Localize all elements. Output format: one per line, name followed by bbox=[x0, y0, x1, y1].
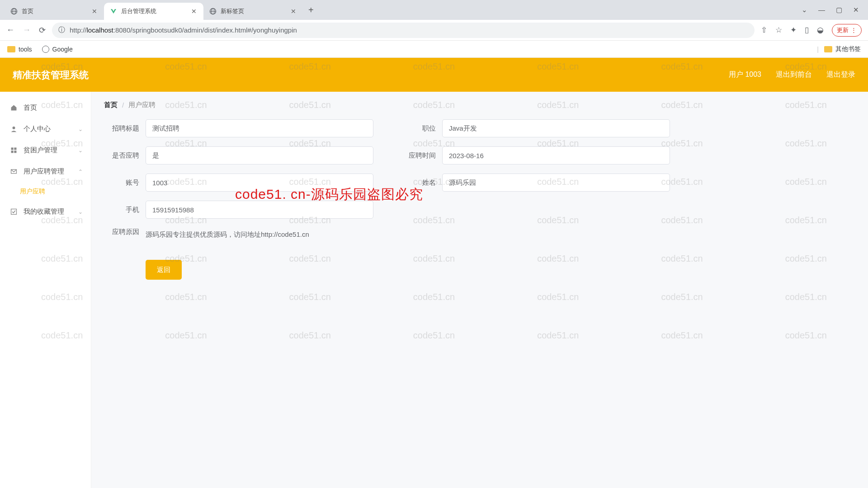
browser-chrome: 首页 ✕ 后台管理系统 ✕ 新标签页 ✕ + ⌄ — ▢ ✕ ← → ⟳ ⓘ h… bbox=[0, 0, 868, 58]
globe-icon bbox=[209, 7, 217, 15]
label-account: 账号 bbox=[104, 178, 139, 187]
sidebar-item-poverty[interactable]: 贫困户管理 ⌄ bbox=[0, 140, 91, 161]
sidebar-item-home[interactable]: 首页 bbox=[0, 97, 91, 118]
tab-title: 首页 bbox=[22, 7, 87, 15]
sidebar-item-label: 贫困户管理 bbox=[24, 146, 57, 155]
sidebar-item-personal[interactable]: 个人中心 ⌄ bbox=[0, 118, 91, 140]
tab-home[interactable]: 首页 ✕ bbox=[5, 3, 104, 20]
main-content: 首页 / 用户应聘 招聘标题 测试招聘 职位 Java开发 bbox=[91, 92, 868, 488]
reload-icon[interactable]: ⟳ bbox=[39, 25, 46, 35]
browser-toolbar: ← → ⟳ ⓘ http://localhost:8080/springboot… bbox=[0, 20, 868, 41]
chevron-down-icon: ⌄ bbox=[78, 126, 83, 132]
label-name: 姓名 bbox=[401, 178, 436, 187]
sidebar-item-label: 个人中心 bbox=[24, 125, 51, 133]
input-recruit-title[interactable]: 测试招聘 bbox=[146, 119, 373, 137]
vue-icon bbox=[109, 7, 118, 15]
folder-icon bbox=[824, 46, 832, 52]
header-logout[interactable]: 退出登录 bbox=[826, 70, 855, 80]
label-phone: 手机 bbox=[104, 206, 139, 214]
panel-icon[interactable]: ▯ bbox=[805, 25, 809, 35]
star-icon[interactable]: ☆ bbox=[775, 25, 782, 35]
sidebar-item-apply-mgmt[interactable]: 用户应聘管理 ⌃ bbox=[0, 161, 91, 182]
update-button[interactable]: 更新⋮ bbox=[832, 24, 862, 37]
minimize-icon[interactable]: — bbox=[818, 6, 825, 14]
home-icon bbox=[10, 104, 19, 112]
svg-rect-12 bbox=[11, 209, 17, 215]
bookmark-google[interactable]: Google bbox=[42, 46, 73, 53]
close-icon[interactable]: ✕ bbox=[853, 6, 859, 14]
app-title: 精准扶贫管理系统 bbox=[13, 69, 89, 81]
globe-icon bbox=[42, 46, 49, 53]
grid-icon bbox=[10, 146, 19, 154]
label-reason: 应聘原因 bbox=[104, 228, 139, 236]
header-user[interactable]: 用户 1003 bbox=[729, 70, 761, 80]
input-apply-time[interactable]: 2023-08-16 bbox=[442, 146, 670, 164]
close-icon[interactable]: ✕ bbox=[289, 8, 297, 15]
url-bar[interactable]: ⓘ http://localhost:8080/springbootsudk0/… bbox=[52, 23, 755, 38]
input-position[interactable]: Java开发 bbox=[442, 119, 670, 137]
app-header: 精准扶贫管理系统 用户 1003 退出到前台 退出登录 bbox=[0, 58, 868, 92]
label-position: 职位 bbox=[401, 124, 436, 133]
info-icon[interactable]: ⓘ bbox=[58, 26, 65, 34]
svg-rect-8 bbox=[14, 148, 16, 150]
sidebar-item-label: 我的收藏管理 bbox=[24, 207, 64, 216]
extensions-icon[interactable]: ✦ bbox=[790, 25, 797, 35]
input-is-apply[interactable]: 是 bbox=[146, 146, 373, 164]
share-icon[interactable]: ⇧ bbox=[761, 25, 767, 35]
tab-bar: 首页 ✕ 后台管理系统 ✕ 新标签页 ✕ + ⌄ — ▢ ✕ bbox=[0, 0, 868, 20]
chevron-down-icon: ⌄ bbox=[78, 147, 83, 154]
text-reason: 源码乐园专注提供优质源码，访问地址http://code51.cn bbox=[146, 228, 309, 239]
user-icon bbox=[10, 125, 19, 133]
label-recruit-title: 招聘标题 bbox=[104, 124, 139, 133]
new-tab-button[interactable]: + bbox=[303, 5, 319, 15]
tab-title: 后台管理系统 bbox=[121, 7, 186, 15]
detail-form: 招聘标题 测试招聘 职位 Java开发 是否应聘 是 应聘时间 bbox=[104, 119, 855, 280]
breadcrumb-current: 用户应聘 bbox=[128, 101, 156, 109]
sidebar-item-label: 首页 bbox=[24, 103, 37, 112]
check-icon bbox=[10, 208, 19, 216]
maximize-icon[interactable]: ▢ bbox=[836, 6, 842, 14]
sidebar-item-label: 用户应聘管理 bbox=[24, 167, 64, 176]
header-back-front[interactable]: 退出到前台 bbox=[776, 70, 812, 80]
back-button[interactable]: 返回 bbox=[146, 260, 182, 280]
bookmark-other[interactable]: 其他书签 bbox=[824, 45, 861, 53]
mail-icon bbox=[10, 168, 19, 175]
input-name[interactable]: 源码乐园 bbox=[442, 174, 670, 192]
chevron-down-icon[interactable]: ⌄ bbox=[802, 6, 807, 14]
svg-point-6 bbox=[13, 127, 15, 129]
app: 精准扶贫管理系统 用户 1003 退出到前台 退出登录 首页 个人中心 ⌄ 贫困… bbox=[0, 58, 868, 488]
breadcrumb-home[interactable]: 首页 bbox=[104, 101, 118, 109]
profile-icon[interactable]: ◒ bbox=[817, 25, 824, 35]
globe-icon bbox=[10, 7, 18, 15]
close-icon[interactable]: ✕ bbox=[190, 8, 198, 15]
sidebar-subitem-apply[interactable]: 用户应聘 bbox=[0, 182, 91, 201]
svg-rect-9 bbox=[11, 150, 14, 153]
tab-admin[interactable]: 后台管理系统 ✕ bbox=[104, 3, 203, 20]
close-icon[interactable]: ✕ bbox=[90, 8, 99, 15]
breadcrumb: 首页 / 用户应聘 bbox=[104, 101, 855, 109]
tab-newtab[interactable]: 新标签页 ✕ bbox=[203, 3, 303, 20]
label-is-apply: 是否应聘 bbox=[104, 151, 139, 160]
chevron-up-icon: ⌃ bbox=[78, 169, 83, 175]
folder-icon bbox=[7, 46, 15, 52]
bookmarks-bar: tools Google | 其他书签 bbox=[0, 41, 868, 58]
input-account[interactable]: 1003 bbox=[146, 174, 373, 192]
chevron-down-icon: ⌄ bbox=[78, 209, 83, 215]
url-text: http://localhost:8080/springbootsudk0/ad… bbox=[70, 26, 297, 34]
label-apply-time: 应聘时间 bbox=[401, 151, 436, 160]
back-icon[interactable]: ← bbox=[6, 25, 14, 35]
window-controls: ⌄ — ▢ ✕ bbox=[793, 6, 868, 14]
tab-title: 新标签页 bbox=[221, 7, 286, 15]
breadcrumb-sep: / bbox=[122, 101, 124, 109]
svg-rect-7 bbox=[11, 148, 14, 150]
forward-icon[interactable]: → bbox=[23, 25, 31, 35]
bookmark-tools[interactable]: tools bbox=[7, 46, 32, 53]
sidebar-item-favorites[interactable]: 我的收藏管理 ⌄ bbox=[0, 201, 91, 222]
svg-rect-10 bbox=[14, 150, 16, 153]
sidebar: 首页 个人中心 ⌄ 贫困户管理 ⌄ 用户应聘管理 ⌃ 用户应聘 我的收藏管理 bbox=[0, 92, 91, 488]
input-phone[interactable]: 15915915988 bbox=[146, 201, 373, 219]
